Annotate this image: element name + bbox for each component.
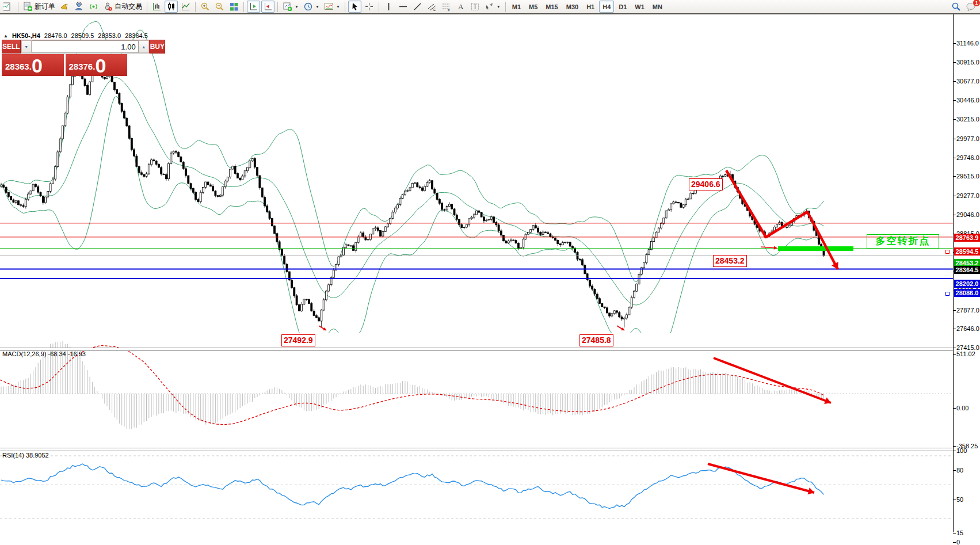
- signal-icon: [89, 2, 98, 12]
- signals-icon[interactable]: [87, 1, 100, 13]
- timeframe-mn-button[interactable]: MN: [649, 1, 666, 13]
- axis-label: 29746.0: [956, 154, 979, 161]
- axis-tick: [953, 451, 956, 451]
- axis-label: 50: [956, 496, 963, 503]
- axis-label: 30446.0: [956, 97, 979, 104]
- price-annotation-label[interactable]: 27485.8: [579, 334, 613, 346]
- periods-button[interactable]: ▼: [302, 1, 321, 13]
- sell-price[interactable]: 28363.0: [2, 54, 64, 76]
- axis-tick: [953, 408, 956, 409]
- buy-button[interactable]: BUY: [150, 40, 165, 54]
- volume-down-button[interactable]: ▼: [21, 40, 32, 53]
- pane-separator-macd[interactable]: [0, 348, 954, 351]
- crosshair-button[interactable]: [363, 1, 376, 13]
- toolbar-separator: [277, 2, 278, 12]
- pane-separator-rsi[interactable]: [0, 448, 954, 451]
- channel-button[interactable]: E: [425, 1, 438, 13]
- dropdown-arrow-icon[interactable]: ▼: [336, 5, 340, 9]
- timeframe-h1-button[interactable]: H1: [583, 1, 598, 13]
- dropdown-arrow-icon[interactable]: ▼: [295, 5, 299, 9]
- megaphone-icon[interactable]: [58, 1, 71, 13]
- chart-shift-button[interactable]: [261, 1, 274, 13]
- line-handle[interactable]: [945, 250, 950, 254]
- panel-collapse-icon[interactable]: ▲: [3, 33, 8, 39]
- axis-label: 29977.0: [956, 135, 979, 142]
- chart-window-icon[interactable]: [2, 1, 15, 13]
- chart-window[interactable]: ▲ HK50-,H4 28476.0 28509.5 28353.0 28364…: [0, 14, 980, 545]
- shapes-icon: [485, 2, 494, 12]
- vline-button[interactable]: [382, 1, 395, 13]
- notifications-button[interactable]: 1: [964, 1, 978, 13]
- timeframe-m5-button[interactable]: M5: [525, 1, 541, 13]
- macd-indicator-label: MACD(12,26,9) -68.34 -16.93: [2, 350, 86, 357]
- timeframe-m15-button[interactable]: M15: [542, 1, 561, 13]
- new-order-button[interactable]: 新订单: [21, 1, 57, 13]
- price-axis-line: [953, 14, 954, 532]
- robot-icon: [103, 2, 113, 12]
- fibo-icon: F: [441, 2, 451, 12]
- new-chart-button[interactable]: ▼: [281, 1, 300, 13]
- axis-label: 29277.0: [956, 192, 979, 199]
- zoom-out-button[interactable]: [213, 1, 226, 13]
- volume-input[interactable]: [32, 40, 139, 53]
- axis-tick: [953, 62, 956, 63]
- notification-badge: 1: [973, 0, 980, 7]
- bar-chart-button[interactable]: [150, 1, 163, 13]
- axis-tick: [953, 119, 956, 120]
- price-level-badge: 28594.5: [954, 247, 980, 256]
- bars-icon: [152, 2, 162, 12]
- autoscroll-icon: [249, 2, 258, 12]
- toolbar-separator: [147, 2, 147, 12]
- shapes-button[interactable]: ▼: [483, 1, 502, 13]
- autotrading-button[interactable]: 自动交易: [101, 1, 144, 13]
- dropdown-arrow-icon[interactable]: ▼: [497, 5, 501, 9]
- cursor-icon: [350, 2, 360, 12]
- sell-button[interactable]: SELL: [2, 40, 21, 54]
- zoom-in-button[interactable]: [199, 1, 212, 13]
- turning-point-label[interactable]: 多空转折点: [867, 234, 939, 249]
- dropdown-arrow-icon[interactable]: ▼: [315, 5, 319, 9]
- timeframe-m30-button[interactable]: M30: [563, 1, 582, 13]
- label-button[interactable]: T: [468, 1, 482, 13]
- timeframe-h4-button[interactable]: H4: [599, 1, 614, 13]
- axis-label: 511.02: [956, 350, 975, 357]
- timeframe-m1-button[interactable]: M1: [509, 1, 524, 13]
- buy-price[interactable]: 28376.0: [66, 54, 128, 76]
- templates-button[interactable]: ▼: [322, 1, 342, 13]
- price-level-badge: 28763.9: [954, 234, 980, 242]
- axis-label: 29515.0: [956, 173, 979, 180]
- tile-windows-button[interactable]: [227, 1, 241, 13]
- line-chart-button[interactable]: [179, 1, 192, 13]
- timeframe-w1-button[interactable]: W1: [631, 1, 648, 13]
- price-annotation-label[interactable]: 29406.6: [689, 178, 723, 190]
- horn-icon: [60, 2, 70, 12]
- axis-label: 100: [956, 447, 967, 454]
- support-icon[interactable]: [73, 1, 86, 13]
- price-annotation-label[interactable]: 27492.9: [281, 334, 315, 346]
- cursor-button[interactable]: [348, 1, 361, 13]
- ohlc-close: 28364.5: [125, 32, 148, 39]
- axis-tick: [953, 329, 956, 329]
- axis-label: 0.00: [956, 405, 968, 411]
- volume-up-button[interactable]: ▲: [139, 40, 149, 53]
- text-button[interactable]: A: [454, 1, 467, 13]
- price-annotation-label[interactable]: 28453.2: [713, 255, 747, 267]
- toolbar-separator: [18, 2, 18, 12]
- hline-button[interactable]: [396, 1, 410, 13]
- labelT-icon: T: [470, 2, 480, 12]
- axis-tick: [953, 158, 956, 158]
- auto-scroll-button[interactable]: [247, 1, 260, 13]
- ohlc-high: 28509.5: [71, 32, 94, 39]
- search-button[interactable]: [950, 1, 963, 13]
- cross-icon: [364, 2, 374, 12]
- price-level-badge: 28202.0: [954, 280, 980, 288]
- line-handle[interactable]: [945, 292, 950, 296]
- trendline-button[interactable]: [411, 1, 424, 13]
- axis-tick: [953, 215, 956, 215]
- timeframe-d1-button[interactable]: D1: [615, 1, 630, 13]
- ohlc-low: 28353.0: [98, 32, 121, 39]
- fibonacci-button[interactable]: F: [440, 1, 453, 13]
- candlestick-button[interactable]: [165, 1, 178, 13]
- axis-label: 30215.0: [956, 116, 979, 123]
- axis-tick: [953, 446, 956, 447]
